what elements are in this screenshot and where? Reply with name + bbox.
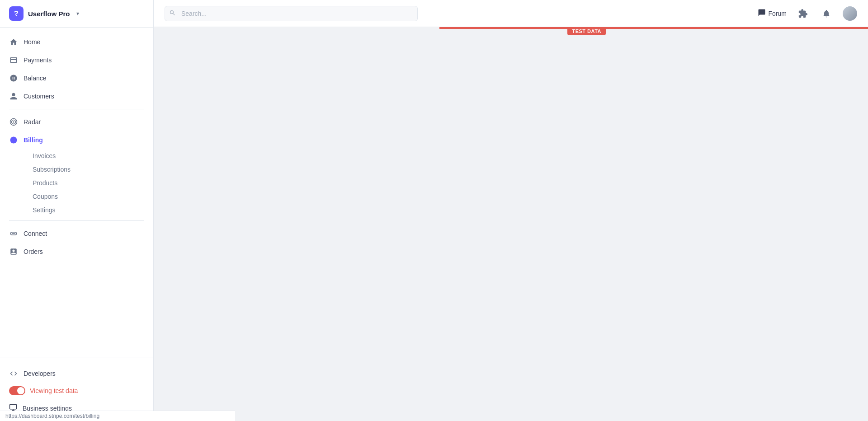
sidebar-item-developers-label: Developers (24, 370, 56, 377)
test-data-banner-line (439, 27, 868, 29)
sidebar-item-billing-label: Billing (24, 136, 43, 144)
sidebar-nav: Home Payments Balance Customers (0, 28, 153, 357)
sidebar-item-billing[interactable]: Billing (0, 131, 153, 149)
subnav-item-subscriptions[interactable]: Subscriptions (24, 163, 153, 176)
payments-icon (9, 56, 18, 65)
status-url: https://dashboard.stripe.com/test/billin… (5, 413, 99, 419)
home-icon (9, 37, 18, 47)
sidebar-header[interactable]: Userflow Pro ▾ (0, 0, 153, 28)
notifications-icon-button[interactable] (819, 6, 834, 21)
orders-icon (9, 247, 18, 256)
nav-separator-1 (9, 109, 144, 109)
sidebar-item-balance[interactable]: Balance (0, 69, 153, 87)
test-data-label: Viewing test data (30, 387, 78, 394)
stripe-logo-icon (12, 9, 21, 18)
sidebar-item-home[interactable]: Home (0, 33, 153, 51)
sidebar-item-developers[interactable]: Developers (0, 365, 153, 383)
main-content: Forum TEST DATA (154, 0, 868, 421)
svg-rect-4 (10, 404, 17, 409)
test-data-banner-area: TEST DATA (154, 27, 868, 29)
radar-icon (9, 117, 18, 126)
forum-label: Forum (769, 10, 787, 17)
sidebar-item-payments-label: Payments (24, 56, 52, 64)
connect-icon (9, 229, 18, 238)
sidebar-item-radar-label: Radar (24, 118, 41, 126)
search-icon (169, 9, 176, 18)
search-bar[interactable] (165, 6, 418, 21)
sidebar: Userflow Pro ▾ Home Payments Balance (0, 0, 154, 421)
svg-point-3 (10, 137, 17, 144)
header-right: Forum (758, 6, 857, 21)
user-avatar[interactable] (843, 6, 857, 21)
sidebar-item-balance-label: Balance (24, 75, 47, 82)
sidebar-item-payments[interactable]: Payments (0, 51, 153, 69)
extension-icon-button[interactable] (796, 6, 810, 21)
sidebar-item-customers[interactable]: Customers (0, 87, 153, 105)
developers-icon (9, 369, 18, 378)
search-input[interactable] (165, 6, 418, 21)
sidebar-item-customers-label: Customers (24, 93, 54, 100)
billing-icon (9, 136, 18, 145)
forum-button[interactable]: Forum (758, 9, 787, 18)
subnav-item-products[interactable]: Products (24, 176, 153, 190)
subnav-item-coupons[interactable]: Coupons (24, 190, 153, 203)
content-area (154, 29, 868, 421)
balance-icon (9, 74, 18, 83)
test-data-badge: TEST DATA (567, 27, 606, 35)
app-logo (9, 6, 24, 21)
test-data-switch[interactable] (9, 386, 25, 395)
billing-subnav: Invoices Subscriptions Products Coupons … (0, 149, 153, 217)
subnav-item-billing-settings[interactable]: Settings (24, 203, 153, 217)
test-data-toggle[interactable]: Viewing test data (0, 383, 153, 399)
subnav-item-invoices[interactable]: Invoices (24, 149, 153, 163)
sidebar-item-orders-label: Orders (24, 248, 43, 255)
forum-chat-icon (758, 9, 766, 18)
sidebar-item-radar[interactable]: Radar (0, 113, 153, 131)
app-name: Userflow Pro (28, 10, 70, 18)
customers-icon (9, 92, 18, 101)
header: Forum (154, 0, 868, 27)
app-chevron-icon: ▾ (76, 10, 79, 17)
sidebar-item-home-label: Home (24, 38, 40, 46)
nav-separator-2 (9, 220, 144, 221)
sidebar-item-orders[interactable]: Orders (0, 243, 153, 261)
sidebar-item-connect-label: Connect (24, 230, 47, 237)
svg-point-2 (13, 122, 14, 123)
status-bar: https://dashboard.stripe.com/test/billin… (0, 411, 235, 421)
sidebar-item-connect[interactable]: Connect (0, 225, 153, 243)
